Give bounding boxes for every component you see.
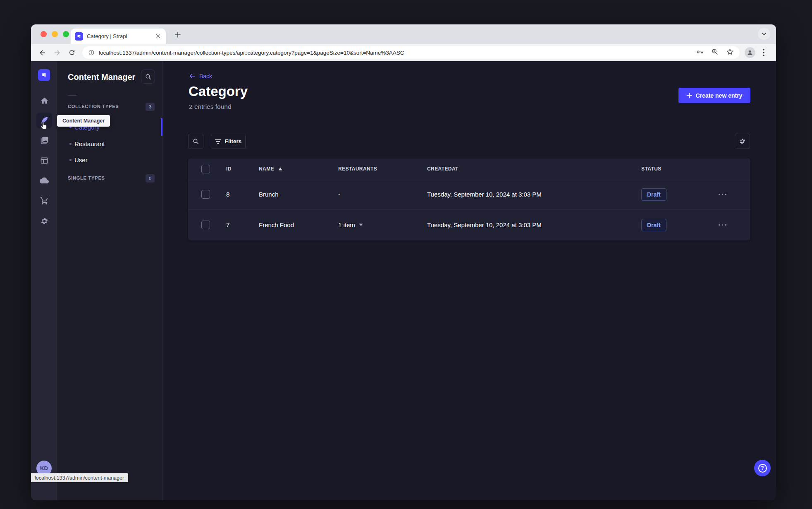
header-id[interactable]: ID — [226, 158, 232, 179]
subnav-search-button[interactable] — [141, 70, 155, 84]
create-new-entry-label: Create new entry — [696, 92, 743, 99]
tab-title: Category | Strapi — [87, 33, 154, 39]
cell-createdat: Tuesday, September 10, 2024 at 3:03 PM — [427, 179, 542, 209]
subnav-divider — [68, 95, 77, 96]
close-window-button[interactable] — [41, 31, 47, 37]
address-bar[interactable]: localhost:1337/admin/content-manager/col… — [82, 46, 740, 59]
new-tab-button[interactable] — [172, 29, 183, 40]
tab-close-icon[interactable] — [154, 33, 162, 40]
header-restaurants[interactable]: RESTAURANTS — [338, 158, 377, 179]
window-controls — [41, 31, 69, 37]
entries-count: 2 entries found — [189, 103, 232, 110]
subnav-item-label: User — [74, 156, 88, 163]
omnibox-actions — [696, 48, 734, 58]
browser-tab[interactable]: Category | Strapi — [71, 29, 166, 44]
header-createdat[interactable]: CREATEDAT — [427, 158, 459, 179]
browser-menu-icon[interactable] — [759, 47, 769, 58]
minimize-window-button[interactable] — [52, 31, 58, 37]
question-mark-icon: ? — [758, 464, 767, 473]
collection-types-count-badge: 3 — [146, 103, 155, 111]
back-label: Back — [199, 73, 212, 79]
table-row[interactable]: 7 French Food 1 item Tuesday, September … — [188, 209, 750, 240]
content-type-builder-icon[interactable] — [36, 153, 52, 168]
select-all-checkbox[interactable] — [201, 165, 210, 173]
ellipsis-icon — [719, 194, 726, 195]
subnav-title: Content Manager — [68, 72, 135, 82]
subnav-item-user[interactable]: User — [57, 151, 162, 168]
header-name-label: NAME — [259, 166, 274, 172]
subnav-item-label: Restaurant — [74, 140, 105, 147]
ellipsis-icon — [719, 224, 726, 226]
forward-icon[interactable] — [52, 47, 62, 58]
bookmark-star-icon[interactable] — [726, 48, 734, 58]
marketplace-cart-icon[interactable] — [36, 193, 52, 209]
content-manager-tooltip: Content Manager — [57, 115, 110, 127]
single-types-count-badge: 0 — [146, 174, 155, 182]
tab-search-chevron-icon[interactable] — [758, 28, 770, 40]
bullet-icon — [69, 143, 72, 145]
back-link[interactable]: Back — [189, 73, 212, 79]
settings-gear-icon[interactable] — [36, 213, 52, 229]
reload-icon[interactable] — [67, 47, 77, 58]
bullet-icon — [69, 159, 72, 161]
table-settings-button[interactable] — [735, 134, 750, 149]
media-library-icon[interactable] — [36, 132, 52, 148]
home-icon[interactable] — [36, 93, 52, 108]
active-item-indicator — [161, 118, 162, 136]
subnav-item-restaurant[interactable]: Restaurant — [57, 135, 162, 152]
sort-ascending-icon — [278, 167, 282, 170]
zoom-window-button[interactable] — [63, 31, 69, 37]
filters-button[interactable]: Filters — [211, 134, 246, 149]
create-new-entry-button[interactable]: Create new entry — [678, 88, 750, 103]
cell-restaurants: - — [338, 179, 340, 209]
header-name[interactable]: NAME — [259, 158, 282, 179]
header-status[interactable]: STATUS — [641, 158, 662, 179]
hand-cursor-icon — [39, 121, 48, 132]
row-checkbox[interactable] — [201, 221, 210, 229]
help-button[interactable]: ? — [754, 460, 771, 476]
strapi-favicon-icon — [75, 32, 83, 41]
password-key-icon[interactable] — [696, 48, 704, 58]
cog-icon — [739, 138, 746, 145]
cell-id: 8 — [226, 179, 229, 209]
link-status-bar: localhost:1337/admin/content-manager — [31, 473, 128, 482]
desktop: { "browser": { "tab_title": "Category | … — [0, 0, 812, 509]
cell-name: French Food — [259, 210, 294, 240]
filters-label: Filters — [225, 138, 242, 144]
browser-tab-bar: Category | Strapi — [31, 24, 776, 44]
cloud-icon[interactable] — [36, 173, 52, 188]
site-info-icon[interactable] — [88, 49, 95, 56]
row-actions-menu[interactable] — [719, 179, 726, 209]
browser-profile-icon[interactable] — [745, 47, 755, 58]
browser-toolbar: localhost:1337/admin/content-manager/col… — [31, 44, 776, 61]
content-manager-subnav: Content Manager COLLECTION TYPES 3 Categ… — [57, 61, 162, 500]
single-types-label: SINGLE TYPES — [68, 175, 105, 180]
url-text[interactable]: localhost:1337/admin/content-manager/col… — [99, 50, 691, 56]
status-badge: Draft — [641, 188, 666, 201]
strapi-admin-page: KD Content Manager COLLECTION TYPES 3 Ca… — [31, 61, 776, 500]
row-actions-menu[interactable] — [719, 210, 726, 240]
row-checkbox[interactable] — [201, 190, 210, 199]
search-icon — [192, 138, 199, 145]
zoom-icon[interactable] — [711, 48, 719, 57]
cell-restaurants[interactable]: 1 item — [338, 210, 363, 240]
cell-name: Brunch — [259, 179, 279, 209]
filter-icon — [215, 139, 221, 144]
cell-id: 7 — [226, 210, 229, 240]
cell-createdat: Tuesday, September 10, 2024 at 3:03 PM — [427, 210, 542, 240]
main-content: Back Category 2 entries found Create new… — [162, 61, 776, 500]
strapi-logo-icon[interactable] — [38, 69, 50, 81]
table-header-row: ID NAME RESTAURANTS CREATEDAT STATUS — [188, 158, 750, 179]
table-search-button[interactable] — [188, 134, 203, 149]
browser-window: Category | Strapi localhost:1337/admin/c… — [31, 24, 776, 500]
plus-icon — [687, 93, 692, 98]
table-row[interactable]: 8 Brunch - Tuesday, September 10, 2024 a… — [188, 179, 750, 209]
chevron-down-icon — [359, 223, 363, 226]
relation-count: 1 item — [338, 221, 355, 228]
collection-types-label: COLLECTION TYPES — [68, 104, 119, 109]
page-title: Category — [189, 84, 248, 99]
back-icon[interactable] — [37, 47, 48, 58]
entries-table: ID NAME RESTAURANTS CREATEDAT STATUS 8 B… — [188, 158, 750, 240]
arrow-left-icon — [189, 73, 196, 79]
status-badge: Draft — [641, 219, 666, 231]
